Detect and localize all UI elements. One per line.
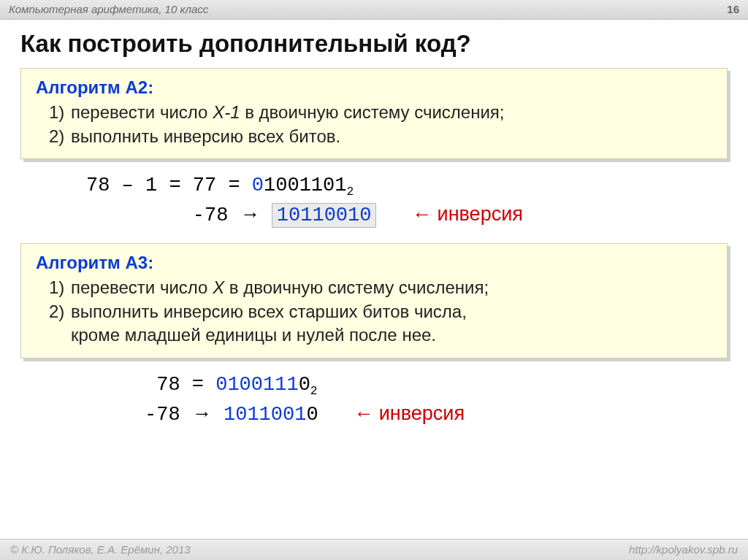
step-text: кроме младшей единицы и нулей после нее. bbox=[71, 325, 436, 345]
inversion-text: инверсия bbox=[432, 203, 523, 225]
base-subscript: 2 bbox=[310, 385, 318, 398]
left-arrow-icon: ← bbox=[354, 402, 373, 424]
example-a2: 78 – 1 = 77 = 010011012 -78 → 10110010 ←… bbox=[86, 172, 728, 230]
eq-space bbox=[376, 204, 412, 226]
tail-bits: 0 bbox=[299, 374, 310, 396]
eq-space bbox=[260, 204, 272, 226]
tail-bits: 0 bbox=[306, 404, 318, 426]
algo-a2-step1: 1)перевести число X-1 в двоичную систему… bbox=[36, 101, 712, 124]
algo-a2-heading: Алгоритм A2: bbox=[36, 76, 712, 99]
step-text: в двоичную систему счисления; bbox=[240, 102, 505, 122]
algo-a3-step2: 2)выполнить инверсию всех старших битов … bbox=[36, 300, 712, 323]
algo-a3-step1: 1)перевести число X в двоичную систему с… bbox=[36, 276, 712, 299]
eq-space bbox=[212, 404, 224, 426]
base-subscript: 2 bbox=[346, 186, 354, 199]
inversion-text: инверсия bbox=[373, 402, 465, 424]
inverted-result: 10110010 bbox=[272, 203, 377, 228]
eq-text: 78 – 1 = 77 = bbox=[86, 174, 252, 196]
algorithm-a2-box: Алгоритм A2: 1)перевести число X-1 в дво… bbox=[20, 68, 728, 159]
step-number: 1) bbox=[49, 276, 71, 299]
right-arrow-icon: → bbox=[240, 203, 260, 225]
binary-digits: 1001101 bbox=[264, 174, 346, 196]
inversion-label: ← инверсия bbox=[354, 402, 465, 424]
page-title: Как построить дополнительный код? bbox=[20, 30, 728, 58]
blue-prefix-bits: 0100111 bbox=[215, 374, 298, 396]
step-number: 2) bbox=[49, 300, 71, 323]
variable-x-minus-1: X-1 bbox=[213, 102, 240, 122]
variable-x: X bbox=[213, 277, 224, 297]
eq2-row-2: -78 → 10110010 ← инверсия bbox=[145, 400, 728, 429]
footer-bar: © К.Ю. Поляков, Е.А. Ерёмин, 2013 http:/… bbox=[0, 539, 748, 560]
header-bar: Компьютерная арифметика, 10 класс 16 bbox=[0, 0, 748, 20]
step-number: 1) bbox=[49, 101, 71, 124]
leading-zero: 0 bbox=[252, 174, 264, 196]
left-arrow-icon: ← bbox=[412, 203, 432, 225]
algo-a3-heading: Алгоритм A3: bbox=[36, 251, 712, 275]
eq-row-2: -78 → 10110010 ← инверсия bbox=[86, 201, 728, 230]
example-a3: 78 = 010011102 -78 → 10110010 ← инверсия bbox=[145, 372, 728, 429]
eq-space bbox=[318, 404, 354, 426]
inversion-label: ← инверсия bbox=[412, 203, 523, 225]
eq-text: -78 bbox=[193, 204, 240, 226]
right-arrow-icon: → bbox=[192, 402, 212, 424]
algo-a2-step2: 2)выполнить инверсию всех битов. bbox=[36, 125, 712, 148]
step-text: перевести число bbox=[71, 277, 213, 297]
algorithm-a3-box: Алгоритм A3: 1)перевести число X в двоич… bbox=[20, 243, 728, 358]
eq-text: -78 bbox=[145, 404, 192, 426]
eq-text: 78 = bbox=[145, 374, 215, 396]
page-number: 16 bbox=[727, 0, 739, 19]
eq-row-1: 78 – 1 = 77 = 010011012 bbox=[86, 172, 728, 201]
step-number: 2) bbox=[49, 125, 71, 148]
step-text: перевести число bbox=[71, 102, 213, 122]
eq2-row-1: 78 = 010011102 bbox=[145, 372, 728, 400]
step-text: выполнить инверсию всех старших битов чи… bbox=[71, 302, 467, 321]
step-text: выполнить инверсию всех битов. bbox=[71, 126, 340, 146]
site-url: http://kpolyakov.spb.ru bbox=[629, 540, 738, 560]
algo-a3-step2-cont: кроме младшей единицы и нулей после нее. bbox=[36, 323, 712, 347]
slide-content: Как построить дополнительный код? Алгори… bbox=[0, 20, 748, 429]
step-number-blank bbox=[49, 323, 71, 347]
course-title: Компьютерная арифметика, 10 класс bbox=[9, 0, 208, 19]
step-text: в двоичную систему счисления; bbox=[224, 277, 489, 297]
copyright: © К.Ю. Поляков, Е.А. Ерёмин, 2013 bbox=[10, 540, 191, 560]
eq-indent bbox=[86, 204, 193, 226]
blue-inverted-bits: 1011001 bbox=[224, 404, 306, 426]
